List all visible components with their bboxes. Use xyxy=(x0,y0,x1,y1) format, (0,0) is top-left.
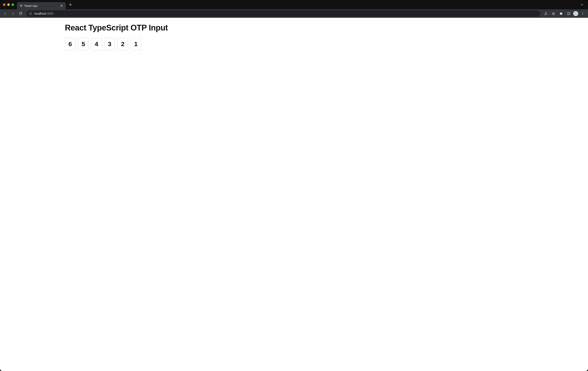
otp-digit-2[interactable] xyxy=(78,38,89,50)
window-close-button[interactable] xyxy=(3,3,6,6)
otp-digit-1[interactable] xyxy=(65,38,75,50)
svg-point-8 xyxy=(582,12,583,13)
page-viewport: React TypeScript OTP Input xyxy=(0,18,588,371)
extensions-icon[interactable] xyxy=(558,10,564,17)
svg-point-9 xyxy=(582,13,583,14)
share-icon[interactable] xyxy=(543,10,549,17)
title-bar: React App xyxy=(0,0,588,9)
window-maximize-button[interactable] xyxy=(11,3,14,6)
svg-rect-6 xyxy=(567,12,570,15)
menu-icon[interactable] xyxy=(579,10,586,17)
site-info-icon[interactable] xyxy=(29,12,32,15)
otp-digit-3[interactable] xyxy=(91,38,102,50)
url-host: localhost: xyxy=(34,12,47,15)
address-bar[interactable]: localhost:3000 xyxy=(26,10,540,17)
side-panel-icon[interactable] xyxy=(566,10,572,17)
back-button[interactable] xyxy=(2,10,9,17)
window-minimize-button[interactable] xyxy=(7,3,10,6)
otp-digit-5[interactable] xyxy=(117,38,128,50)
otp-digit-4[interactable] xyxy=(104,38,115,50)
otp-input-group xyxy=(65,38,239,50)
page-heading: React TypeScript OTP Input xyxy=(65,23,239,32)
profile-avatar[interactable] xyxy=(573,11,578,16)
react-logo-icon xyxy=(20,4,23,7)
close-tab-icon[interactable] xyxy=(60,4,63,7)
url-text: localhost:3000 xyxy=(34,12,537,15)
window-controls xyxy=(3,3,14,6)
tabs-area: React App xyxy=(17,0,585,9)
svg-point-5 xyxy=(30,13,31,13)
browser-tab[interactable]: React App xyxy=(17,2,66,9)
otp-digit-6[interactable] xyxy=(131,38,141,50)
tabs-dropdown-icon[interactable] xyxy=(579,2,585,7)
browser-window: React App xyxy=(0,0,588,371)
tab-title: React App xyxy=(25,4,58,7)
svg-point-0 xyxy=(21,6,22,6)
new-tab-button[interactable] xyxy=(67,2,73,8)
forward-button[interactable] xyxy=(10,10,16,17)
reload-button[interactable] xyxy=(17,10,24,17)
toolbar: localhost:3000 xyxy=(0,9,588,18)
svg-point-10 xyxy=(582,14,583,15)
url-port: 3000 xyxy=(47,12,53,15)
bookmark-star-icon[interactable] xyxy=(550,10,557,17)
page-content: React TypeScript OTP Input xyxy=(65,18,239,50)
